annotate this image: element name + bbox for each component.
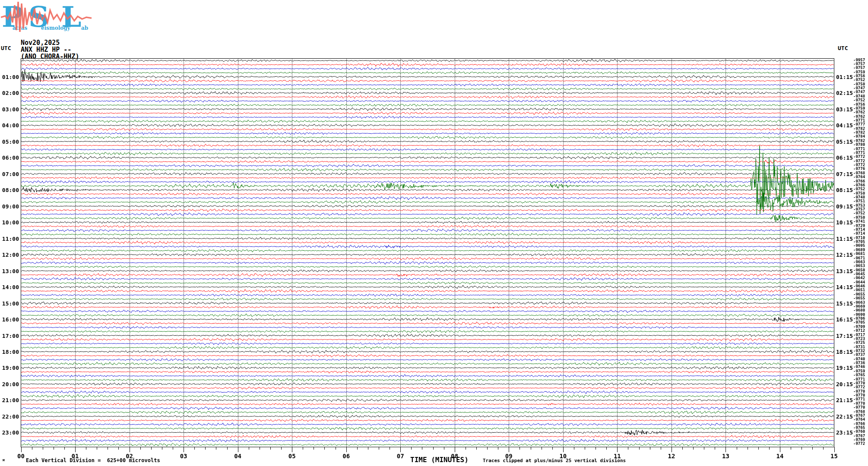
trace-offset-value: -9653: [853, 264, 868, 268]
right-hour-label: 05:15: [836, 139, 853, 145]
trace-offset-value: -9772: [853, 155, 868, 159]
trace-offset-value: -9714: [853, 232, 868, 236]
left-hour-label: 09:00: [0, 204, 19, 209]
left-hour-label: 18:00: [0, 349, 19, 355]
left-hour-label: 13:00: [0, 268, 19, 274]
left-hour-label: 01:00: [0, 74, 19, 80]
x-tick-label: 04: [229, 453, 247, 459]
right-hour-label: 21:15: [836, 397, 853, 403]
right-hour-label: 23:15: [836, 430, 853, 435]
trace-offset-value: -9760: [853, 430, 868, 434]
trace-offset-value: -9762: [853, 110, 868, 114]
left-hour-label: 07:00: [0, 171, 19, 177]
left-hour-label: 21:00: [0, 397, 19, 403]
left-hour-label: 03:00: [0, 107, 19, 112]
trace-offset-value: -9752: [853, 78, 868, 82]
helicorder-page: P S L atras eismology ab Nov20,2025 ANX …: [0, 0, 868, 466]
right-hour-label: 09:15: [836, 204, 853, 209]
corner-glyph: м: [3, 458, 5, 462]
trace-offset-value: -9764: [853, 418, 868, 422]
left-hour-label: 10:00: [0, 220, 19, 225]
left-hour-label: 06:00: [0, 155, 19, 161]
clip-note: Traces clipped at plus/minus 25 vertical…: [483, 458, 626, 463]
right-hour-label: 16:15: [836, 317, 853, 322]
trace-offset-value: -9752: [853, 98, 868, 102]
left-hour-label: 22:00: [0, 414, 19, 419]
trace-offset-value: -9764: [853, 175, 868, 179]
trace-offset-value: -9765: [853, 373, 868, 377]
x-tick-label: 03: [175, 453, 192, 459]
x-axis-title: TIME (MINUTES): [410, 456, 469, 464]
left-hour-label: 11:00: [0, 236, 19, 242]
right-hour-label: 06:15: [836, 155, 853, 161]
right-hour-label: 15:15: [836, 301, 853, 306]
vertical-scale-note: Each Vertical Division = 625+00 microvol…: [26, 457, 160, 463]
trace-offset-value: -9655: [853, 296, 868, 300]
right-hour-label: 04:15: [836, 123, 853, 128]
x-tick-label: 13: [717, 453, 734, 459]
trace-offset-value: -9737: [853, 353, 868, 357]
x-tick-label: 12: [663, 453, 680, 459]
left-hour-label: 16:00: [0, 317, 19, 322]
trace-offset-value: -9757: [853, 66, 868, 70]
left-hour-label: 02:00: [0, 90, 19, 96]
left-hour-label: 08:00: [0, 187, 19, 193]
trace-offset-value: -9680: [853, 309, 868, 312]
helicorder-canvas: [0, 0, 868, 466]
trace-offset-value: -9752: [853, 187, 868, 191]
right-hour-label: 13:15: [836, 268, 853, 274]
right-hour-label: 22:15: [836, 414, 853, 419]
right-hour-label: 12:15: [836, 252, 853, 258]
trace-offset-value: -9741: [853, 220, 868, 224]
right-hour-label: 07:15: [836, 171, 853, 177]
right-hour-label: 01:15: [836, 74, 853, 80]
left-hour-label: 15:00: [0, 301, 19, 306]
right-hour-label: 19:15: [836, 365, 853, 371]
x-tick-label: 15: [826, 453, 843, 459]
x-tick-label: 14: [771, 453, 789, 459]
trace-offset-value: -9772: [853, 385, 868, 389]
trace-offset-value: -9725: [853, 341, 868, 345]
right-hour-label: 03:15: [836, 107, 853, 112]
left-hour-label: 23:00: [0, 430, 19, 435]
right-hour-label: 20:15: [836, 381, 853, 387]
right-hour-label: 10:15: [836, 220, 853, 225]
x-tick-label: 05: [283, 453, 301, 459]
x-tick-label: 06: [338, 453, 355, 459]
left-hour-label: 14:00: [0, 284, 19, 290]
x-tick-label: 07: [392, 453, 409, 459]
left-hour-label: 19:00: [0, 365, 19, 371]
trace-offset-value: -9712: [853, 329, 868, 333]
left-hour-label: 17:00: [0, 333, 19, 339]
left-hour-label: 04:00: [0, 123, 19, 128]
left-hour-label: 20:00: [0, 381, 19, 387]
right-hour-label: 08:15: [836, 187, 853, 193]
trace-offset-value: -9642: [853, 276, 868, 280]
right-hour-label: 02:15: [836, 90, 853, 96]
trace-offset-value: -9770: [853, 406, 868, 409]
left-hour-label: 05:00: [0, 139, 19, 145]
right-hour-label: 11:15: [836, 236, 853, 242]
right-hour-label: 14:15: [836, 284, 853, 290]
right-hour-label: 18:15: [836, 349, 853, 355]
left-hour-label: 12:00: [0, 252, 19, 258]
trace-offset-value: -9772: [853, 442, 868, 446]
trace-offset-value: -9780: [853, 143, 868, 147]
right-hour-label: 17:15: [836, 333, 853, 339]
trace-offset-value: -9681: [853, 252, 868, 256]
